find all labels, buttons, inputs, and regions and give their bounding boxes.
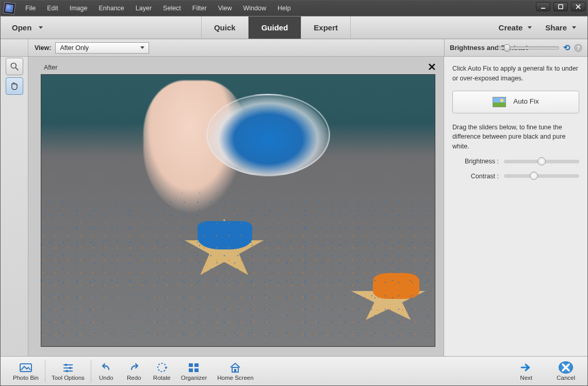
undo-icon	[99, 361, 113, 374]
cancel-label: Cancel	[557, 375, 575, 381]
cancel-icon	[559, 361, 573, 374]
contrast-slider[interactable]	[504, 174, 579, 178]
next-button[interactable]: Next	[512, 361, 540, 381]
create-label: Create	[499, 23, 523, 32]
undo-label: Undo	[99, 375, 113, 381]
view-label: View:	[35, 44, 51, 52]
menu-select[interactable]: Select	[158, 2, 186, 15]
divider	[45, 360, 45, 382]
tab-expert-label: Expert	[314, 23, 338, 32]
open-label: Open	[12, 23, 31, 32]
tab-guided[interactable]: Guided	[249, 16, 301, 39]
open-button[interactable]: Open	[1, 16, 53, 39]
svg-rect-15	[189, 363, 193, 367]
share-label: Share	[545, 23, 567, 32]
brightness-slider[interactable]	[504, 160, 579, 163]
contrast-slider-thumb[interactable]	[530, 172, 538, 180]
home-screen-button[interactable]: Home Screen	[212, 361, 258, 381]
window-close-button[interactable]	[571, 2, 585, 11]
brightness-label: Brightness :	[452, 157, 499, 166]
zoom-tool[interactable]	[6, 58, 23, 75]
rotate-button[interactable]: Rotate	[148, 361, 176, 381]
main-area: After ✕ Brightness and Contrast ⟲ ? Clic…	[1, 57, 587, 356]
menu-enhance[interactable]: Enhance	[93, 2, 129, 15]
divider	[91, 360, 91, 382]
undo-button[interactable]: Undo	[92, 361, 120, 381]
create-button[interactable]: Create	[499, 23, 532, 32]
cancel-button[interactable]: Cancel	[551, 361, 580, 381]
menu-bar: File Edit Image Enhance Layer Select Fil…	[20, 2, 296, 15]
tab-quick-label: Quick	[214, 23, 236, 32]
svg-point-13	[158, 363, 166, 372]
picture-icon	[493, 97, 506, 107]
tool-strip	[1, 57, 28, 356]
photo-bin-button[interactable]: Photo Bin	[8, 361, 44, 381]
photo-bin-icon	[19, 361, 33, 374]
redo-icon	[127, 361, 141, 374]
tab-guided-label: Guided	[262, 23, 288, 32]
panel-hint-text: Drag the sliders below, to fine tune the…	[452, 123, 579, 152]
menu-image[interactable]: Image	[64, 2, 93, 15]
organizer-label: Organizer	[181, 375, 207, 381]
menu-file[interactable]: File	[20, 2, 41, 15]
caret-down-icon	[528, 26, 532, 29]
view-select[interactable]: After Only	[55, 42, 149, 54]
zoom-slider-thumb[interactable]	[504, 44, 510, 52]
menu-help[interactable]: Help	[272, 2, 296, 15]
svg-rect-16	[194, 363, 199, 367]
svg-rect-17	[189, 368, 193, 372]
photo-bin-label: Photo Bin	[13, 375, 39, 381]
reset-icon[interactable]: ⟲	[563, 43, 570, 53]
organizer-button[interactable]: Organizer	[176, 361, 213, 381]
mode-bar: Open Quick Guided Expert Create Share	[1, 16, 587, 39]
canvas-area: After ✕	[28, 57, 444, 356]
tab-expert[interactable]: Expert	[301, 16, 351, 39]
tool-options-button[interactable]: Tool Options	[46, 361, 90, 381]
home-label: Home Screen	[217, 375, 253, 381]
contrast-label: Contrast :	[452, 172, 499, 181]
menu-filter[interactable]: Filter	[187, 2, 212, 15]
auto-fix-button[interactable]: Auto Fix	[452, 91, 579, 113]
svg-point-12	[66, 370, 69, 373]
title-bar: File Edit Image Enhance Layer Select Fil…	[1, 1, 587, 16]
svg-marker-14	[165, 366, 168, 368]
svg-point-4	[11, 63, 16, 68]
rotate-label: Rotate	[153, 375, 171, 381]
caret-down-icon	[39, 26, 43, 29]
guided-panel: Brightness and Contrast ⟲ ? Click Auto F…	[444, 57, 587, 356]
window-maximize-button[interactable]	[553, 2, 568, 11]
tool-options-icon	[61, 361, 75, 374]
caret-down-icon	[140, 46, 144, 49]
help-icon[interactable]: ?	[574, 44, 582, 52]
svg-rect-20	[234, 369, 236, 372]
canvas-view-label: After	[44, 64, 57, 71]
menu-edit[interactable]: Edit	[42, 2, 63, 15]
rotate-icon	[155, 361, 169, 374]
window-minimize-button[interactable]	[536, 2, 550, 11]
panel-intro-text: Click Auto Fix to apply a general fix to…	[452, 64, 579, 83]
tool-options-label: Tool Options	[52, 375, 85, 381]
redo-label: Redo	[127, 375, 141, 381]
menu-view[interactable]: View	[213, 2, 237, 15]
next-label: Next	[520, 375, 532, 381]
menu-layer[interactable]: Layer	[130, 2, 157, 15]
photo-content	[41, 75, 435, 346]
auto-fix-label: Auto Fix	[513, 96, 539, 107]
app-icon	[3, 2, 16, 15]
hand-tool[interactable]	[6, 77, 23, 95]
zoom-slider[interactable]	[497, 46, 559, 49]
share-button[interactable]: Share	[545, 23, 576, 32]
svg-point-10	[65, 364, 68, 366]
redo-button[interactable]: Redo	[120, 361, 148, 381]
svg-line-5	[15, 68, 18, 71]
image-canvas[interactable]	[41, 74, 435, 347]
tab-quick[interactable]: Quick	[201, 16, 249, 39]
close-icon[interactable]: ✕	[428, 61, 436, 73]
brightness-slider-thumb[interactable]	[537, 157, 546, 165]
bottom-bar: Photo Bin Tool Options Undo Redo Rotate …	[1, 356, 587, 385]
svg-rect-1	[559, 5, 563, 9]
svg-point-11	[69, 367, 72, 370]
svg-rect-18	[194, 368, 199, 372]
caret-down-icon	[572, 26, 576, 29]
menu-window[interactable]: Window	[238, 2, 271, 15]
